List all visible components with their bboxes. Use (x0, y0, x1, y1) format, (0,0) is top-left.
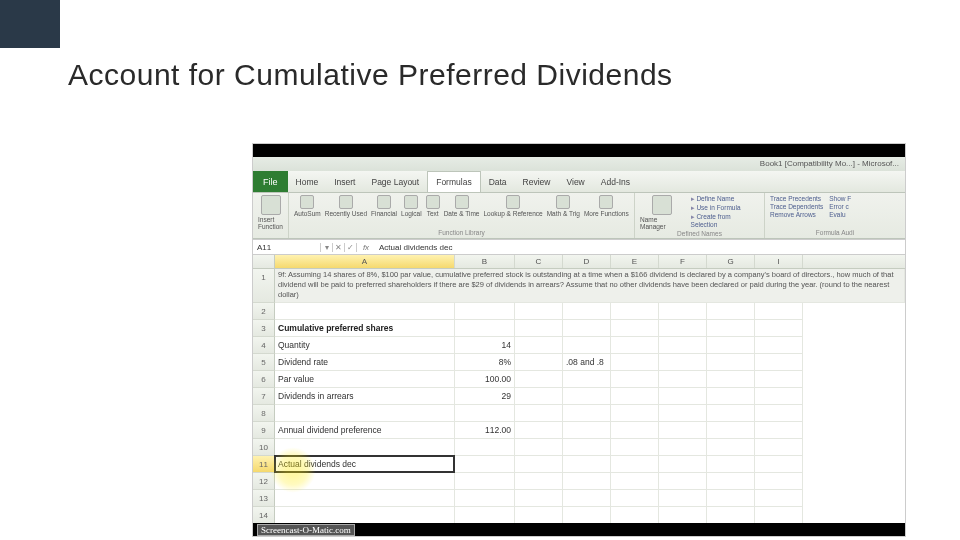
row-4-header[interactable]: 4 (253, 337, 275, 354)
lookup-button[interactable]: Lookup & Reference (483, 195, 542, 217)
name-manager-icon (652, 195, 672, 215)
col-G[interactable]: G (707, 255, 755, 268)
row-3-header[interactable]: 3 (253, 320, 275, 337)
tab-insert[interactable]: Insert (326, 171, 363, 192)
lookup-icon (506, 195, 520, 209)
row-7-header[interactable]: 7 (253, 388, 275, 405)
insert-function-button[interactable]: Insert Function (258, 195, 283, 230)
slide-accent-bar (0, 0, 60, 48)
define-name-button[interactable]: Define Name (691, 195, 759, 203)
cell-B4[interactable]: 14 (455, 337, 515, 354)
autosum-button[interactable]: AutoSum (294, 195, 321, 217)
tab-formulas[interactable]: Formulas (427, 171, 480, 192)
column-headers: A B C D E F G I (253, 255, 905, 269)
col-F[interactable]: F (659, 255, 707, 268)
tab-addins[interactable]: Add-Ins (593, 171, 638, 192)
tab-page-layout[interactable]: Page Layout (363, 171, 427, 192)
worksheet-grid[interactable]: 19f: Assuming 14 shares of 8%, $100 par … (253, 269, 905, 523)
cell-A5[interactable]: Dividend rate (275, 354, 455, 371)
date-button[interactable]: Date & Time (444, 195, 480, 217)
name-box[interactable]: A11 (253, 243, 321, 252)
ribbon-tabs: File Home Insert Page Layout Formulas Da… (253, 171, 905, 193)
cell-B9[interactable]: 112.00 (455, 422, 515, 439)
error-check-button[interactable]: Error c (829, 203, 851, 210)
col-D[interactable]: D (563, 255, 611, 268)
text-button[interactable]: Text (426, 195, 440, 217)
fx-icon (261, 195, 281, 215)
recent-button[interactable]: Recently Used (325, 195, 367, 217)
row-10-header[interactable]: 10 (253, 439, 275, 456)
tab-file[interactable]: File (253, 171, 288, 192)
remove-arrows-button[interactable]: Remove Arrows (770, 211, 823, 218)
cell-B6[interactable]: 100.00 (455, 371, 515, 388)
cell-A6[interactable]: Par value (275, 371, 455, 388)
row-12-header[interactable]: 12 (253, 473, 275, 490)
video-letterbox-bottom: Screencast-O-Matic.com (253, 523, 905, 536)
col-I[interactable]: I (755, 255, 803, 268)
trace-dependents-button[interactable]: Trace Dependents (770, 203, 823, 210)
row-9-header[interactable]: 9 (253, 422, 275, 439)
fx-icon[interactable]: fx (357, 243, 375, 252)
cell-A4[interactable]: Quantity (275, 337, 455, 354)
math-icon (556, 195, 570, 209)
evaluate-button[interactable]: Evalu (829, 211, 851, 218)
col-A[interactable]: A (275, 255, 455, 268)
formula-bar[interactable]: Actual dividends dec (375, 243, 905, 252)
cell-A2[interactable] (275, 303, 455, 320)
cell-A11-active[interactable]: Actual dividends dec (275, 456, 455, 473)
logical-button[interactable]: Logical (401, 195, 422, 217)
excel-screenshot: Book1 [Compatibility Mo...] - Microsof..… (252, 143, 906, 537)
screencast-watermark: Screencast-O-Matic.com (257, 524, 355, 536)
row-6-header[interactable]: 6 (253, 371, 275, 388)
row-8-header[interactable]: 8 (253, 405, 275, 422)
cell-B7[interactable]: 29 (455, 388, 515, 405)
financial-button[interactable]: Financial (371, 195, 397, 217)
cancel-edit-icon[interactable]: ✕ (333, 243, 345, 252)
create-from-selection-button[interactable]: Create from Selection (691, 213, 759, 228)
row-1-header[interactable]: 1 (253, 269, 275, 303)
cell-D5[interactable]: .08 and .8 (563, 354, 611, 371)
ribbon-toolbar: Insert Function AutoSum Recently Used Fi… (253, 193, 905, 239)
accept-edit-icon[interactable]: ✓ (345, 243, 357, 252)
group-function-library: Function Library (294, 229, 629, 236)
name-manager-button[interactable]: Name Manager (640, 195, 685, 230)
formula-bar-row: A11 ▾ ✕ ✓ fx Actual dividends dec (253, 239, 905, 255)
show-formulas-button[interactable]: Show F (829, 195, 851, 202)
row-2-header[interactable]: 2 (253, 303, 275, 320)
slide-title: Account for Cumulative Preferred Dividen… (68, 58, 673, 92)
audit-list2: Show F Error c Evalu (829, 195, 851, 218)
sigma-icon (300, 195, 314, 209)
tab-home[interactable]: Home (288, 171, 327, 192)
tab-data[interactable]: Data (481, 171, 515, 192)
col-B[interactable]: B (455, 255, 515, 268)
excel-titlebar: Book1 [Compatibility Mo...] - Microsof..… (253, 157, 905, 171)
trace-precedents-button[interactable]: Trace Precedents (770, 195, 823, 202)
video-letterbox-top (253, 144, 905, 157)
logical-icon (404, 195, 418, 209)
more-icon (599, 195, 613, 209)
tab-review[interactable]: Review (515, 171, 559, 192)
more-button[interactable]: More Functions (584, 195, 629, 217)
row-5-header[interactable]: 5 (253, 354, 275, 371)
audit-list: Trace Precedents Trace Dependents Remove… (770, 195, 823, 218)
use-in-formula-button[interactable]: Use in Formula (691, 204, 759, 212)
col-E[interactable]: E (611, 255, 659, 268)
row-13-header[interactable]: 13 (253, 490, 275, 507)
group-defined-names: Defined Names (640, 230, 759, 237)
name-box-dropdown-icon[interactable]: ▾ (321, 243, 333, 252)
financial-icon (377, 195, 391, 209)
row-14-header[interactable]: 14 (253, 507, 275, 523)
recent-icon (339, 195, 353, 209)
tab-view[interactable]: View (558, 171, 592, 192)
cell-A9[interactable]: Annual dividend preference (275, 422, 455, 439)
cell-B5[interactable]: 8% (455, 354, 515, 371)
defined-names-list: Define Name Use in Formula Create from S… (691, 195, 759, 230)
row-11-header[interactable]: 11 (253, 456, 275, 473)
cell-A1[interactable]: 9f: Assuming 14 shares of 8%, $100 par v… (275, 269, 905, 303)
col-C[interactable]: C (515, 255, 563, 268)
group-formula-auditing: Formula Audi (770, 229, 900, 236)
date-icon (455, 195, 469, 209)
math-button[interactable]: Math & Trig (547, 195, 580, 217)
cell-A3[interactable]: Cumulative preferred shares (275, 320, 455, 337)
cell-A7[interactable]: Dividends in arrears (275, 388, 455, 405)
